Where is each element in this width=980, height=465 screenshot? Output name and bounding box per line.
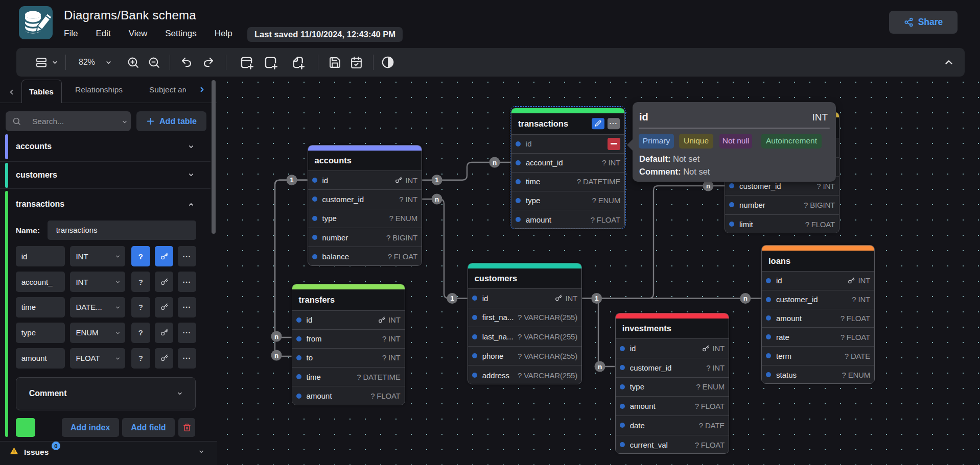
svg-text:n: n bbox=[598, 363, 602, 371]
svg-text:1: 1 bbox=[595, 295, 599, 302]
svg-text:n: n bbox=[274, 333, 278, 340]
svg-text:1: 1 bbox=[290, 176, 294, 184]
svg-text:n: n bbox=[435, 195, 439, 203]
svg-text:n: n bbox=[706, 182, 710, 190]
svg-text:n: n bbox=[493, 159, 497, 166]
svg-text:n: n bbox=[743, 295, 748, 302]
svg-text:1: 1 bbox=[435, 176, 439, 184]
svg-text:n: n bbox=[274, 352, 278, 359]
svg-text:1: 1 bbox=[450, 295, 454, 302]
